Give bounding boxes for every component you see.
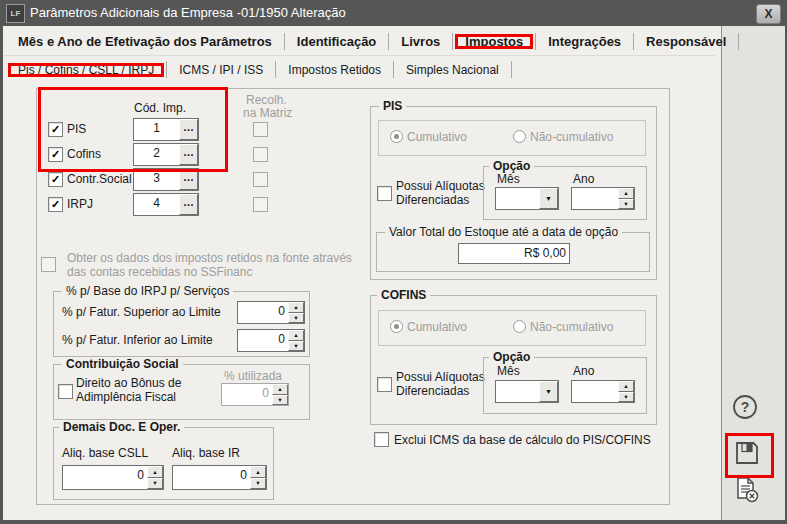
pis-opcao-group-title: Opção — [489, 159, 534, 173]
tab-simples-nacional[interactable]: Simples Nacional — [394, 63, 511, 77]
spin-up-icon[interactable]: ▲ — [147, 466, 163, 478]
aliq-base-csll-spinner[interactable]: 0 ▲▼ — [62, 465, 164, 490]
pis-mes-label: Mês — [497, 172, 520, 186]
spin-down-icon[interactable]: ▼ — [618, 392, 634, 403]
valor-estoque-group-title: Valor Total do Estoque até a data de opç… — [385, 225, 622, 239]
spin-down-icon[interactable]: ▼ — [288, 313, 304, 324]
pis-ano-spinner[interactable]: ▲▼ — [571, 187, 635, 210]
valor-estoque-field[interactable]: R$ 0,00 — [458, 243, 570, 264]
fatur-superior-label: % p/ Fatur. Superior ao Limite — [62, 305, 221, 319]
pis-aliquotas-label-line1: Possui Alíquotas — [396, 179, 485, 193]
pis-checkbox[interactable]: ✓ — [48, 122, 63, 137]
pis-code-lookup-button[interactable]: … — [179, 119, 198, 140]
percent-utilizada-value: 0 — [222, 384, 272, 405]
exclui-icms-label: Exclui ICMS da base de cálculo do PIS/CO… — [394, 433, 651, 447]
tab-identificacao[interactable]: Identificação — [285, 34, 388, 49]
tab-livros[interactable]: Livros — [389, 34, 452, 49]
primary-tab-bar: Mês e Ano de Efetivação dos Parâmetros I… — [6, 28, 739, 55]
dialog-window: LF Parâmetros Adicionais da Empresa -01/… — [0, 0, 787, 524]
cofins-mes-label: Mês — [497, 364, 520, 378]
spin-up-icon[interactable]: ▲ — [288, 302, 304, 313]
aliq-base-ir-spinner[interactable]: 0 ▲▼ — [172, 465, 267, 490]
contr-social-checkbox[interactable]: ✓ — [48, 172, 63, 187]
cofins-aliquotas-label-line1: Possui Alíquotas — [396, 370, 485, 384]
obter-dados-checkbox — [41, 257, 56, 272]
aliq-base-csll-label: Aliq. base CSLL — [62, 446, 148, 460]
contribuicao-social-group-title: Contribuição Social — [62, 357, 183, 371]
fatur-inferior-spinner[interactable]: 0 ▲▼ — [237, 329, 305, 352]
code-imp-header: Cód. Imp. — [134, 101, 186, 115]
window-title: Parâmetros Adicionais da Empresa -01/195… — [30, 5, 346, 20]
cofins-opcao-group-title: Opção — [489, 350, 534, 364]
check-icon: ✓ — [51, 173, 60, 185]
pis-mes-combobox[interactable]: ▼ — [495, 187, 559, 210]
spin-up-icon: ▲ — [272, 384, 288, 395]
pis-ano-label: Ano — [573, 172, 594, 186]
tab-impostos[interactable]: Impostos — [453, 34, 535, 49]
tab-responsavel[interactable]: Responsável — [634, 34, 738, 49]
spin-up-icon[interactable]: ▲ — [288, 330, 304, 341]
irpj-code-field[interactable]: 4 … — [133, 193, 199, 216]
title-bar: LF Parâmetros Adicionais da Empresa -01/… — [0, 0, 787, 26]
recolh-header-line1: Recolh. — [246, 93, 287, 107]
aliq-base-csll-value: 0 — [63, 466, 147, 489]
pis-recolh-checkbox — [253, 122, 268, 137]
cofins-ano-value — [572, 381, 618, 402]
help-icon: ? — [731, 393, 759, 421]
spin-down-icon[interactable]: ▼ — [250, 478, 266, 490]
contr-social-code-lookup-button[interactable]: … — [179, 169, 198, 190]
cancel-button[interactable] — [730, 474, 762, 506]
contr-social-label: Contr.Social — [67, 172, 132, 186]
cofins-ano-spinner[interactable]: ▲▼ — [571, 380, 635, 403]
pis-nao-cumulativo-radio — [513, 130, 526, 143]
cofins-code-field[interactable]: 2 … — [133, 143, 199, 166]
tab-pis-cofins-label: Pis / Cofins / CSLL / IRPJ — [18, 63, 154, 77]
save-button[interactable] — [733, 439, 761, 467]
cofins-cumulativo-label: Cumulativo — [407, 320, 467, 334]
irpj-code-lookup-button[interactable]: … — [179, 194, 198, 215]
cofins-aliquotas-checkbox[interactable] — [377, 377, 392, 392]
cofins-label: Cofins — [67, 147, 101, 161]
valor-estoque-value: R$ 0,00 — [459, 244, 569, 263]
dropdown-arrow-icon[interactable]: ▼ — [539, 381, 558, 402]
contr-social-recolh-checkbox — [253, 172, 268, 187]
dropdown-arrow-icon[interactable]: ▼ — [539, 188, 558, 209]
fatur-superior-value: 0 — [238, 302, 288, 323]
spin-down-icon[interactable]: ▼ — [618, 199, 634, 210]
irpj-checkbox[interactable]: ✓ — [48, 197, 63, 212]
cofins-cumulativo-radio — [390, 320, 403, 333]
tab-integracoes[interactable]: Integrações — [536, 34, 633, 49]
save-icon — [734, 440, 760, 466]
close-button[interactable]: X — [756, 4, 781, 24]
cofins-group-title: COFINS — [377, 288, 430, 302]
cofins-checkbox[interactable]: ✓ — [48, 147, 63, 162]
tab-icms-ipi-iss[interactable]: ICMS / IPI / ISS — [167, 63, 275, 77]
spin-up-icon[interactable]: ▲ — [250, 466, 266, 478]
cofins-nao-cumulativo-radio — [513, 320, 526, 333]
exclui-icms-checkbox[interactable] — [374, 432, 389, 447]
pis-nao-cumulativo-label: Não-cumulativo — [530, 130, 613, 144]
cofins-mes-combobox[interactable]: ▼ — [495, 380, 559, 403]
pis-aliquotas-checkbox[interactable] — [377, 186, 392, 201]
spin-up-icon[interactable]: ▲ — [618, 188, 634, 199]
spin-up-icon[interactable]: ▲ — [618, 381, 634, 392]
tab-pis-cofins-csll-irpj[interactable]: Pis / Cofins / CSLL / IRPJ — [6, 63, 166, 77]
pis-ano-value — [572, 188, 618, 209]
pis-code-field[interactable]: 1 … — [133, 118, 199, 141]
percent-utilizada-spinner: 0 ▲▼ — [221, 383, 289, 406]
cofins-code-value: 2 — [134, 144, 179, 165]
recolh-header-line2: na Matriz — [243, 106, 292, 120]
spin-down-icon: ▼ — [272, 395, 288, 406]
cofins-code-lookup-button[interactable]: … — [179, 144, 198, 165]
spin-down-icon[interactable]: ▼ — [147, 478, 163, 490]
fatur-superior-spinner[interactable]: 0 ▲▼ — [237, 301, 305, 324]
check-icon: ✓ — [51, 198, 60, 210]
pis-aliquotas-label-line2: Diferenciadas — [396, 193, 469, 207]
tab-impostos-retidos[interactable]: Impostos Retidos — [276, 63, 393, 77]
help-button[interactable]: ? — [730, 392, 760, 422]
spin-down-icon[interactable]: ▼ — [288, 341, 304, 352]
contr-social-code-field[interactable]: 3 … — [133, 168, 199, 191]
bonus-adimplencia-checkbox[interactable] — [58, 384, 73, 399]
pis-label: PIS — [67, 122, 86, 136]
tab-mes-ano-efetivacao[interactable]: Mês e Ano de Efetivação dos Parâmetros — [6, 34, 284, 49]
